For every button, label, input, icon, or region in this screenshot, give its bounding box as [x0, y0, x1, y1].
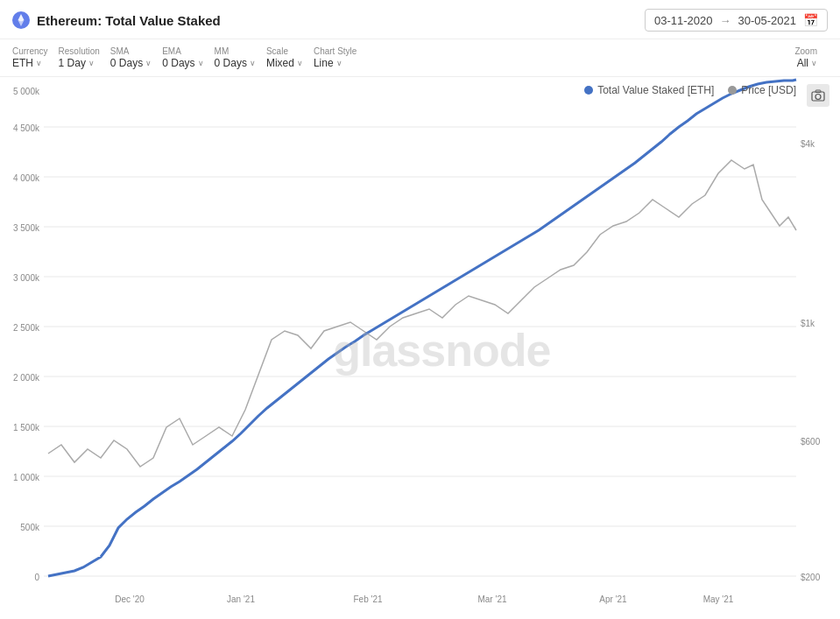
chart-style-chevron: ∨	[336, 59, 342, 67]
currency-label: Currency	[12, 46, 48, 56]
calendar-icon: 📅	[803, 13, 818, 27]
svg-text:3 500k: 3 500k	[13, 223, 40, 233]
svg-text:500k: 500k	[20, 523, 40, 532]
scale-dropdown[interactable]: Scale Mixed ∨	[266, 45, 314, 71]
screenshot-button[interactable]	[807, 84, 829, 107]
mm-value: 0 Days ∨	[215, 57, 256, 69]
svg-text:4 000k: 4 000k	[13, 173, 40, 183]
toolbar: Currency ETH ∨ Resolution 1 Day ∨ SMA 0 …	[0, 39, 840, 77]
sma-chevron: ∨	[145, 59, 152, 67]
zoom-value: All ∨	[797, 57, 817, 69]
svg-text:4 500k: 4 500k	[13, 123, 40, 133]
chart-area: Total Value Staked [ETH] Price [USD] gla…	[0, 77, 840, 619]
chart-svg: 0 500k 1 000k 1 500k 2 000k 2 500k 3 000…	[0, 77, 840, 619]
svg-rect-5	[815, 90, 821, 93]
ema-label: EMA	[162, 46, 203, 56]
currency-dropdown[interactable]: Currency ETH ∨	[12, 45, 59, 71]
chart-style-value: Line ∨	[314, 57, 356, 69]
chart-title: Ethereum: Total Value Staked	[37, 13, 221, 28]
legend-label-price: Price [USD]	[741, 84, 796, 96]
legend-label-staked: Total Value Staked [ETH]	[597, 84, 714, 96]
zoom-label: Zoom	[794, 46, 817, 56]
legend-item-staked: Total Value Staked [ETH]	[584, 84, 714, 96]
svg-text:May '21: May '21	[703, 594, 734, 604]
zoom-chevron: ∨	[811, 59, 817, 67]
title-area: Ethereum: Total Value Staked	[12, 11, 221, 29]
date-range-picker[interactable]: 03-11-2020 → 30-05-2021 📅	[645, 9, 828, 32]
svg-text:Jan '21: Jan '21	[227, 594, 255, 604]
ema-chevron: ∨	[198, 59, 204, 67]
zoom-dropdown[interactable]: Zoom All ∨	[794, 45, 828, 71]
legend-dot-price	[728, 86, 737, 95]
scale-chevron: ∨	[297, 59, 303, 67]
svg-text:1 000k: 1 000k	[13, 473, 40, 482]
svg-text:Dec '20: Dec '20	[115, 594, 145, 604]
svg-text:$4k: $4k	[801, 139, 815, 149]
chart-legend: Total Value Staked [ETH] Price [USD]	[584, 84, 796, 96]
svg-text:$200: $200	[801, 573, 821, 582]
date-arrow: →	[720, 14, 731, 27]
svg-text:Feb '21: Feb '21	[353, 594, 382, 604]
svg-text:5 000k: 5 000k	[13, 87, 40, 96]
legend-item-price: Price [USD]	[728, 84, 796, 96]
svg-text:Mar '21: Mar '21	[477, 594, 506, 604]
ethereum-icon	[12, 11, 30, 29]
ema-dropdown[interactable]: EMA 0 Days ∨	[162, 45, 214, 71]
resolution-chevron: ∨	[88, 59, 95, 67]
date-end: 30-05-2021	[738, 14, 797, 27]
scale-value: Mixed ∨	[266, 57, 303, 69]
svg-text:$1k: $1k	[801, 319, 815, 328]
chart-style-label: Chart Style	[314, 46, 356, 56]
scale-label: Scale	[266, 46, 303, 56]
price-line	[48, 160, 796, 467]
svg-text:1 500k: 1 500k	[13, 423, 40, 433]
legend-dot-staked	[584, 86, 593, 95]
resolution-dropdown[interactable]: Resolution 1 Day ∨	[59, 45, 110, 71]
svg-text:2 000k: 2 000k	[13, 373, 40, 383]
svg-text:0: 0	[34, 573, 39, 582]
svg-text:Apr '21: Apr '21	[599, 594, 627, 604]
currency-chevron: ∨	[36, 59, 42, 67]
sma-label: SMA	[110, 46, 152, 56]
ema-value: 0 Days ∨	[162, 57, 203, 69]
currency-value: ETH ∨	[12, 57, 48, 69]
chart-style-dropdown[interactable]: Chart Style Line ∨	[314, 45, 367, 71]
svg-point-4	[815, 95, 821, 100]
svg-text:$600: $600	[801, 437, 821, 447]
svg-text:2 500k: 2 500k	[13, 323, 40, 333]
sma-value: 0 Days ∨	[110, 57, 152, 69]
mm-chevron: ∨	[250, 59, 256, 67]
resolution-label: Resolution	[59, 46, 100, 56]
staked-line	[48, 80, 796, 576]
resolution-value: 1 Day ∨	[59, 57, 100, 69]
mm-dropdown[interactable]: MM 0 Days ∨	[215, 45, 266, 71]
date-start: 03-11-2020	[654, 14, 713, 27]
svg-text:3 000k: 3 000k	[13, 273, 40, 283]
mm-label: MM	[215, 46, 256, 56]
sma-dropdown[interactable]: SMA 0 Days ∨	[110, 45, 162, 71]
page-header: Ethereum: Total Value Staked 03-11-2020 …	[0, 0, 840, 39]
